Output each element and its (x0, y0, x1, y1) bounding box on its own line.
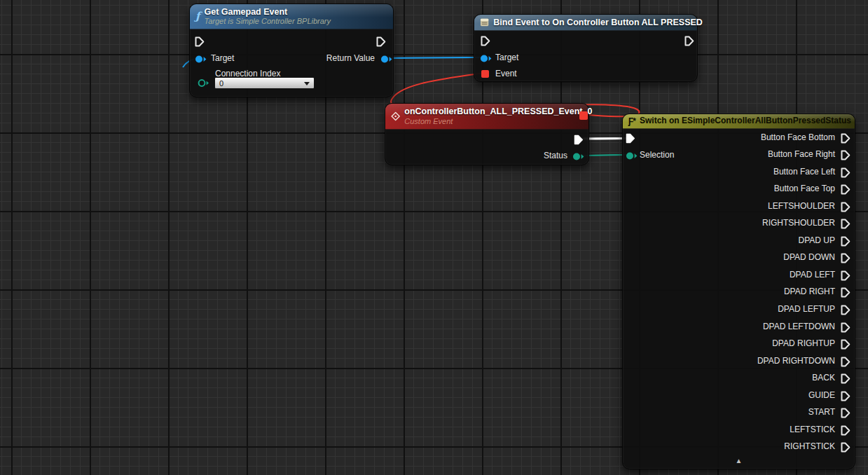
switch-output-label: RIGHTSTICK (784, 441, 835, 452)
switch-output-label: DPAD RIGHT (784, 287, 835, 297)
event-delegate-pin[interactable] (481, 70, 489, 78)
node-header[interactable]: ƒ Get Gamepad Event Target is Simple Con… (190, 4, 393, 29)
exec-out-pin[interactable] (841, 270, 850, 281)
exec-out-pin[interactable] (841, 236, 850, 247)
exec-out-pin[interactable] (841, 442, 850, 453)
switch-output-row: DPAD LEFTDOWN (623, 322, 855, 333)
exec-out-pin[interactable] (841, 202, 850, 212)
switch-output-label: LEFTSTICK (790, 425, 835, 435)
exec-out-pin[interactable] (376, 36, 386, 47)
switch-output-row: RIGHTSHOULDER (623, 219, 855, 229)
node-switch-enum[interactable]: Ƒ* Switch on ESimpleControllerAllButtonP… (622, 113, 855, 469)
switch-output-row: GUIDE (623, 391, 855, 401)
exec-out-pin[interactable] (841, 150, 850, 160)
exec-out-pin[interactable] (841, 287, 850, 298)
exec-out-pin[interactable] (841, 322, 850, 333)
switch-output-row: DPAD RIGHTUP (623, 339, 855, 350)
switch-output-row: DPAD RIGHTDOWN (623, 357, 855, 367)
return-value-pin[interactable] (380, 55, 392, 64)
collapse-arrow-icon[interactable]: ▲ (623, 457, 855, 464)
node-get-gamepad-event[interactable]: ƒ Get Gamepad Event Target is Simple Con… (189, 4, 394, 97)
exec-out-pin[interactable] (841, 357, 850, 367)
switch-output-label: START (808, 407, 835, 418)
node-title: Switch on ESimpleControllerAllButtonPres… (640, 116, 849, 126)
node-header[interactable]: Bind Event to On Controller Button ALL P… (474, 15, 697, 31)
target-pin-label: Target (495, 53, 518, 63)
exec-out-pin[interactable] (841, 408, 850, 418)
dropdown-value: 0 (219, 79, 223, 88)
switch-output-label: DPAD LEFT (790, 270, 835, 280)
switch-output-row: Button Face Right (623, 150, 855, 160)
bind-event-icon (480, 18, 489, 27)
connection-index-dropdown[interactable]: 0 (214, 77, 315, 89)
switch-output-row: START (623, 408, 855, 418)
exec-in-pin[interactable] (195, 36, 205, 47)
switch-output-label: DPAD UP (799, 235, 835, 246)
switch-output-row: RIGHTSTICK (623, 442, 855, 453)
exec-out-pin[interactable] (574, 135, 584, 145)
switch-output-row: DPAD RIGHT (623, 287, 855, 298)
switch-output-label: DPAD RIGHTUP (772, 338, 835, 349)
exec-out-pin[interactable] (841, 167, 850, 178)
event-pin-label: Event (495, 69, 517, 79)
connection-index-pin[interactable] (198, 78, 209, 88)
switch-output-label: GUIDE (808, 390, 835, 401)
wire-return-to-target[interactable] (384, 57, 484, 58)
exec-out-pin[interactable] (841, 391, 850, 401)
switch-output-row: DPAD LEFT (623, 270, 855, 281)
node-subtitle: Custom Event (404, 117, 583, 126)
switch-output-row: Button Face Bottom (623, 133, 855, 144)
switch-output-row: LEFTSHOULDER (623, 202, 855, 212)
exec-out-pin[interactable] (841, 184, 850, 195)
node-title: Bind Event to On Controller Button ALL P… (493, 18, 691, 27)
node-subtitle: Target is Simple Controller BPLibrary (204, 17, 331, 26)
chevron-down-icon (304, 82, 310, 85)
exec-out-pin[interactable] (841, 305, 850, 315)
blueprint-graph-canvas[interactable]: ƒ Get Gamepad Event Target is Simple Con… (0, 0, 868, 475)
switch-output-row: DPAD DOWN (623, 253, 855, 263)
function-icon: ƒ (195, 11, 200, 22)
switch-output-label: Button Face Right (768, 149, 835, 160)
switch-output-label: DPAD LEFTDOWN (763, 322, 835, 332)
switch-output-row: Button Face Top (623, 184, 855, 195)
exec-out-pin[interactable] (841, 373, 850, 384)
exec-out-pin[interactable] (684, 36, 694, 46)
status-pin-label: Status (544, 151, 567, 161)
switch-icon: Ƒ* (628, 117, 635, 125)
exec-out-pin[interactable] (841, 339, 850, 350)
node-title: Get Gamepad Event (204, 7, 331, 17)
status-pin[interactable] (572, 152, 584, 161)
switch-output-row: DPAD LEFTUP (623, 305, 855, 315)
switch-output-label: DPAD DOWN (783, 252, 835, 263)
target-pin[interactable] (480, 54, 492, 63)
switch-output-row: LEFTSTICK (623, 425, 855, 436)
target-pin-label: Target (211, 53, 234, 64)
switch-output-label: RIGHTSHOULDER (762, 218, 835, 228)
return-value-pin-label: Return Value (326, 53, 375, 64)
switch-output-label: Button Face Top (774, 184, 835, 194)
switch-output-label: BACK (812, 373, 835, 383)
node-header[interactable]: Ƒ* Switch on ESimpleControllerAllButtonP… (623, 114, 855, 129)
switch-output-label: DPAD LEFTUP (778, 304, 835, 315)
exec-out-pin[interactable] (841, 219, 850, 229)
exec-out-pin[interactable] (841, 253, 850, 263)
exec-out-pin[interactable] (841, 133, 850, 144)
exec-out-pin[interactable] (841, 425, 850, 436)
switch-output-label: Button Face Bottom (761, 132, 835, 143)
delegate-out-pin[interactable] (579, 111, 588, 120)
switch-output-row: BACK (623, 373, 855, 384)
exec-in-pin[interactable] (481, 36, 490, 46)
switch-output-label: Button Face Left (773, 167, 835, 177)
custom-event-icon (391, 111, 400, 121)
target-pin[interactable] (195, 55, 207, 64)
node-title: onControllerButton_ALL_PRESSED_Event_0 (404, 106, 583, 116)
node-bind-event[interactable]: Bind Event to On Controller Button ALL P… (474, 14, 698, 82)
node-custom-event[interactable]: onControllerButton_ALL_PRESSED_Event_0 C… (385, 103, 589, 165)
node-header[interactable]: onControllerButton_ALL_PRESSED_Event_0 C… (385, 104, 588, 130)
switch-output-label: DPAD RIGHTDOWN (757, 356, 835, 366)
switch-output-row: Button Face Left (623, 167, 855, 178)
switch-output-label: LEFTSHOULDER (768, 201, 835, 212)
switch-output-row: DPAD UP (623, 236, 855, 247)
